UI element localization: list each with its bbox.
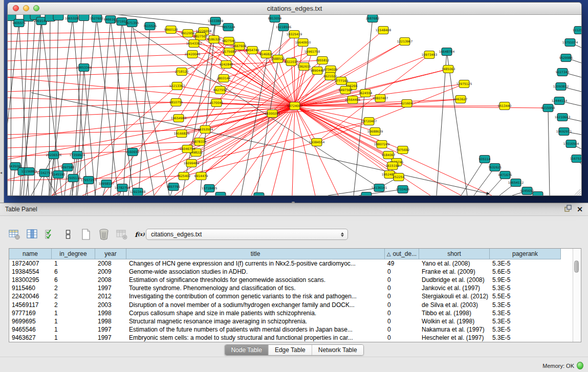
- graph-node[interactable]: 2718120: [175, 68, 189, 76]
- cell-out-de-[interactable]: 0: [385, 276, 419, 283]
- create-column-icon[interactable]: [80, 228, 92, 240]
- citation-edge-black[interactable]: [447, 52, 467, 195]
- citation-edge-black[interactable]: [200, 21, 215, 195]
- column-header-name[interactable]: name: [9, 249, 52, 259]
- scrollbar-thumb[interactable]: [574, 260, 579, 273]
- citation-edge-red[interactable]: [182, 72, 295, 106]
- graph-node[interactable]: 16099489: [184, 160, 200, 167]
- graph-node[interactable]: 7975692: [396, 146, 410, 154]
- minimize-window-icon[interactable]: [23, 5, 29, 11]
- column-header-year[interactable]: year: [95, 249, 126, 259]
- table-row[interactable]: 946362711997Embryonic stem cells: a mode…: [9, 334, 573, 342]
- memory-status-icon[interactable]: [577, 362, 583, 369]
- graph-node[interactable]: 7632621: [488, 164, 502, 171]
- cell-year[interactable]: 1997: [95, 334, 126, 341]
- graph-node[interactable]: 12923448: [130, 188, 146, 196]
- float-window-icon[interactable]: [564, 205, 572, 214]
- citation-edge-red[interactable]: [182, 46, 239, 134]
- graph-node[interactable]: 7615526: [143, 23, 157, 30]
- network-canvas[interactable]: 1872400718325419166409101696175879558129…: [8, 15, 581, 195]
- cell-name[interactable]: 9699695: [9, 318, 52, 325]
- graph-node[interactable]: 8471676: [498, 171, 512, 179]
- graph-node[interactable]: 12342757: [37, 169, 53, 177]
- cell-out-de-[interactable]: 0: [385, 301, 419, 309]
- table-row[interactable]: 1872400712008Changes of HCN gene express…: [9, 259, 573, 268]
- cell-in-degree[interactable]: 1: [52, 318, 95, 325]
- citation-edge-red[interactable]: [317, 84, 464, 142]
- column-header-pagerank[interactable]: pagerank: [490, 249, 561, 259]
- tab-node-table[interactable]: Node Table: [225, 345, 269, 355]
- cell-name[interactable]: 9777169: [9, 310, 52, 317]
- cell-title[interactable]: Changes of HCN gene expression and I(f) …: [126, 260, 385, 267]
- graph-node[interactable]: 9097588: [61, 164, 75, 171]
- graph-node[interactable]: 16210643: [555, 114, 571, 121]
- column-visibility-icon[interactable]: [26, 228, 38, 240]
- graph-node[interactable]: 12213967: [397, 38, 413, 46]
- graph-node[interactable]: 4170041: [210, 99, 224, 107]
- citation-edge-black[interactable]: [122, 21, 154, 195]
- citation-edge-black[interactable]: [548, 108, 550, 195]
- cell-title[interactable]: Estimation of the future numbers of pati…: [126, 326, 385, 333]
- citation-edge-black[interactable]: [97, 18, 118, 195]
- graph-node[interactable]: 9857791: [167, 183, 181, 191]
- citation-edge-red[interactable]: [205, 106, 295, 195]
- cell-pagerank[interactable]: 5.3E-5: [490, 334, 561, 341]
- delete-column-icon[interactable]: [98, 228, 110, 240]
- cell-out-de-[interactable]: 0: [385, 326, 419, 333]
- graph-node[interactable]: 6914479: [194, 172, 208, 180]
- citation-edge-red[interactable]: [8, 142, 200, 148]
- cell-short[interactable]: Dudbridge et al. (2008): [419, 276, 490, 283]
- graph-node[interactable]: 1588520: [271, 55, 285, 63]
- citation-edge-red[interactable]: [8, 102, 176, 109]
- cell-pagerank[interactable]: 5.3E-5: [490, 285, 561, 292]
- graph-node[interactable]: 20206536: [46, 151, 62, 159]
- cell-out-de-[interactable]: 49: [385, 260, 419, 267]
- graph-node[interactable]: 12093832: [553, 83, 569, 91]
- graph-node[interactable]: 16033809: [208, 17, 224, 25]
- graph-node[interactable]: 1615192: [386, 162, 400, 170]
- graph-node[interactable]: 16648784: [439, 48, 455, 56]
- graph-node[interactable]: 9671355: [125, 19, 139, 27]
- graph-node[interactable]: 6497568: [339, 86, 353, 94]
- graph-node[interactable]: 8186328: [207, 36, 221, 43]
- graph-node[interactable]: 3624554: [359, 90, 373, 97]
- graph-node[interactable]: 14136141: [372, 184, 387, 192]
- graph-node[interactable]: 7857224: [222, 24, 235, 31]
- cell-pagerank[interactable]: 5.3E-5: [490, 301, 561, 309]
- graph-node[interactable]: 8322037: [285, 58, 298, 66]
- select-columns-icon[interactable]: [44, 228, 56, 240]
- graph-node[interactable]: [361, 192, 372, 196]
- citation-edge-red[interactable]: [291, 62, 295, 106]
- cell-name[interactable]: 19384554: [9, 268, 52, 275]
- cell-short[interactable]: Yano et al. (2008): [419, 260, 490, 267]
- citation-edge-red[interactable]: [8, 72, 182, 77]
- column-header-short[interactable]: short: [419, 249, 490, 259]
- citation-edge-red[interactable]: [295, 42, 303, 106]
- graph-node[interactable]: 16543382: [186, 40, 202, 48]
- table-row[interactable]: 1456911722003Disruption of a novel membe…: [9, 300, 573, 309]
- graph-node[interactable]: 1145190: [52, 171, 66, 179]
- cell-short[interactable]: Nakamura et al. (1997): [419, 326, 490, 333]
- cell-in-degree[interactable]: 1: [52, 334, 95, 341]
- graph-node[interactable]: 2687682: [366, 15, 380, 23]
- graph-node[interactable]: 9242848: [220, 61, 233, 69]
- column-header-title[interactable]: title: [126, 249, 385, 259]
- graph-node[interactable]: 20564486: [345, 96, 361, 104]
- citation-edge-red[interactable]: [295, 106, 315, 195]
- graph-node[interactable]: 18325419: [287, 31, 302, 38]
- cell-short[interactable]: de Silva et al. (2003): [419, 301, 490, 309]
- citation-edge-black[interactable]: [354, 18, 373, 195]
- graph-node[interactable]: 17359924: [70, 151, 85, 159]
- graph-node[interactable]: 8215958: [541, 104, 555, 112]
- cell-out-de-[interactable]: 0: [385, 310, 419, 317]
- citation-edge-black[interactable]: [64, 167, 68, 195]
- cell-name[interactable]: 18300295: [9, 276, 52, 283]
- graph-node[interactable]: 1733426: [396, 186, 410, 193]
- graph-node[interactable]: 1112543: [573, 27, 581, 34]
- table-panel-header[interactable]: Table Panel ✕: [0, 203, 588, 216]
- cell-year[interactable]: 2012: [95, 293, 126, 300]
- graph-node[interactable]: 10654112: [508, 179, 524, 187]
- control-panel-collapsed-strip[interactable]: ◂: [0, 0, 4, 203]
- cell-short[interactable]: Hescheler et al. (1997): [419, 334, 490, 341]
- network-window[interactable]: citations_edges.txt 18724007183254191664…: [7, 2, 582, 196]
